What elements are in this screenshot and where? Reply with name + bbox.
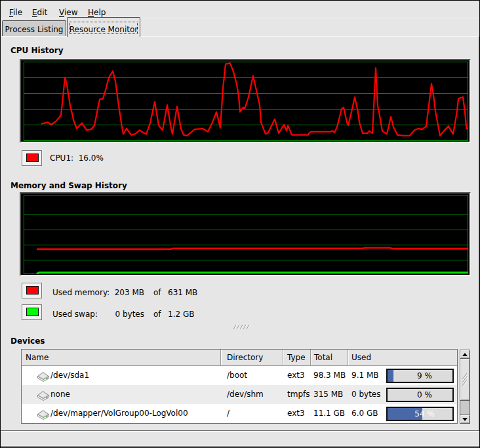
menu-help[interactable]: Help [88,8,106,17]
memory-history-label: Memory and Swap History [10,181,127,190]
used-percent-bar: 9 % [386,369,454,383]
used-swap-value: 0 bytes [105,310,144,319]
up-arrow-icon [462,353,468,356]
memory-total-value: 631 MB [168,288,197,297]
column-header-used[interactable]: Used [348,350,457,366]
used-percent-label: 9 % [392,370,457,382]
cell-total: 11.1 GB [311,404,348,423]
used-swap-label: Used swap: [52,310,98,319]
cell-type: ext3 [283,366,311,385]
used-memory-of: of [153,288,161,297]
cell-total: 98.3 MB [311,366,348,385]
cell-directory: / [221,404,283,423]
column-header-directory[interactable]: Directory [221,350,283,366]
tab-process-listing-label: Process Listing [3,21,66,34]
disk-icon [37,409,50,420]
column-header-name[interactable]: Name [22,350,221,366]
memory-swap-chart [20,192,471,276]
scrollbar-thumb[interactable] [460,359,470,401]
used-percent-bar: 0 % [386,388,454,402]
disk-icon [37,390,50,401]
device-name-text: /dev/mapper/VolGroup00-LogVol00 [50,409,188,418]
scroll-up-button[interactable] [460,350,470,359]
column-header-total[interactable]: Total [311,350,348,366]
cpu-legend: CPU1: 16.0% [50,153,104,163]
used-swap-of: of [153,310,161,319]
used-percent-bar: 54 % [386,407,454,421]
devices-label: Devices [10,336,45,346]
device-row-2[interactable]: none/dev/shmtmpfs315 MB0 bytes0 % [22,385,457,404]
cell-type: ext3 [283,404,311,423]
devices-table-header: Name Directory Type Total Used [22,350,457,366]
memory-color-swatch[interactable] [22,283,42,298]
system-monitor-window: File Edit View Help Process Listing Reso… [0,0,480,448]
devices-table: Name Directory Type Total Used /dev/sda1… [21,349,458,424]
memory-color-sample [26,286,39,295]
cell-name: /dev/sda1 [22,366,221,385]
pane-resize-grip[interactable] [232,324,252,330]
menu-edit[interactable]: Edit [32,8,47,17]
down-arrow-icon [462,418,468,421]
status-bar [1,431,479,447]
cpu-history-chart [20,59,471,143]
used-memory-value: 203 MB [105,288,144,297]
menu-bar: File Edit View Help [1,1,479,18]
cell-type: tmpfs [283,385,311,404]
swap-color-sample [26,308,39,316]
cell-directory: /boot [221,366,283,385]
device-name-text: none [50,390,70,399]
cpu-color-sample [26,153,39,162]
tab-process-listing[interactable]: Process Listing [2,20,66,36]
used-memory-label: Used memory: [52,288,110,297]
swap-color-swatch[interactable] [22,304,42,320]
used-percent-label: 54 % [392,408,457,420]
cell-name: none [22,385,221,404]
cpu-chart-canvas [21,60,470,142]
swap-total-value: 1.2 GB [168,310,194,319]
memory-chart-canvas [21,193,470,275]
tab-resource-monitor-label: Resource Monitor [68,18,140,34]
cpu-history-label: CPU History [10,46,64,55]
device-name-text: /dev/sda1 [50,371,89,380]
menu-view[interactable]: View [59,8,77,17]
column-header-type[interactable]: Type [283,350,311,366]
device-row-1[interactable]: /dev/sda1/bootext398.3 MB9.1 MB9 % [22,366,457,385]
cell-total: 315 MB [311,385,348,404]
cpu-color-swatch[interactable] [22,150,42,166]
disk-icon [37,371,50,382]
vertical-scrollbar [460,350,470,424]
scroll-down-button[interactable] [460,415,470,423]
used-percent-label: 0 % [392,389,457,401]
cell-name: /dev/mapper/VolGroup00-LogVol00 [22,404,221,423]
menu-file[interactable]: File [9,8,22,17]
cell-directory: /dev/shm [221,385,283,404]
tab-resource-monitor[interactable]: Resource Monitor [67,17,140,37]
device-row-3[interactable]: /dev/mapper/VolGroup00-LogVol00/ext311.1… [22,404,457,423]
thumb-grip-icon [460,359,470,400]
